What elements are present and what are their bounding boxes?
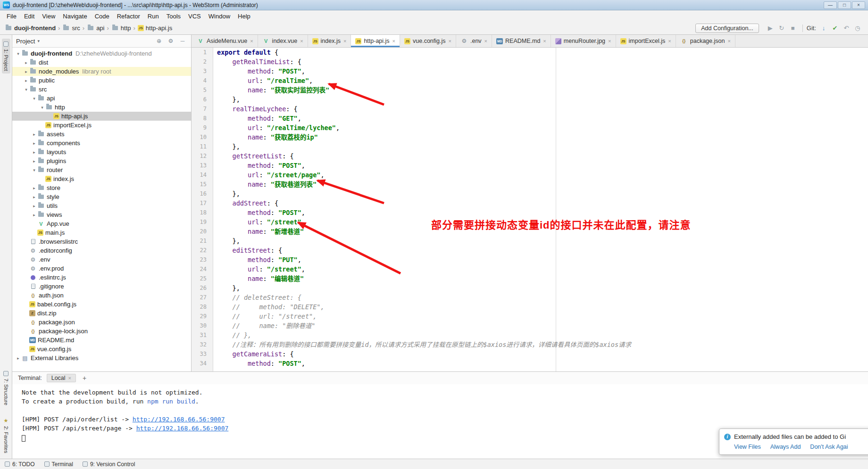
terminal-link[interactable]: http://192.168.66.56:9007: [133, 416, 225, 423]
chevron-collapsed-icon[interactable]: ▸: [31, 186, 37, 190]
code-line[interactable]: 21 },: [192, 236, 868, 246]
code-line[interactable]: 29 // url: "/street",: [192, 312, 868, 321]
menu-file[interactable]: File: [3, 12, 20, 21]
editor-tab-index.js[interactable]: JSindex.js×: [308, 35, 351, 47]
breadcrumb-item[interactable]: duoji-frontend: [5, 25, 56, 32]
code-line[interactable]: 2 getRealTimeList: {: [192, 57, 868, 66]
notification-action-view-files[interactable]: View Files: [734, 444, 761, 450]
chevron-collapsed-icon[interactable]: ▸: [23, 78, 29, 83]
code-line[interactable]: 34 method: "POST",: [192, 359, 868, 368]
code-line[interactable]: 30 // name: "删除巷道": [192, 321, 868, 330]
notification-action-don-t-ask-agai[interactable]: Don't Ask Agai: [810, 444, 848, 450]
tree-item-router[interactable]: ▾router: [12, 165, 191, 174]
close-tab-icon[interactable]: ×: [668, 38, 671, 44]
tool-button-project[interactable]: 1: Project: [2, 39, 10, 74]
tree-item-dist[interactable]: ▸dist: [12, 58, 191, 67]
chevron-expanded-icon[interactable]: ▾: [39, 105, 45, 110]
locate-icon[interactable]: ⊕: [154, 38, 164, 44]
tree-item-package.json[interactable]: {}package.json: [12, 318, 191, 327]
minimize-button[interactable]: —: [824, 1, 837, 9]
code-line[interactable]: 26 },: [192, 283, 868, 293]
close-tab-icon[interactable]: ×: [449, 38, 451, 44]
menu-tools[interactable]: Tools: [163, 12, 184, 21]
rerun-icon[interactable]: ↻: [776, 25, 787, 32]
chevron-collapsed-icon[interactable]: ▸: [15, 356, 21, 361]
settings-icon[interactable]: ⚙: [166, 38, 175, 44]
git-commit-icon[interactable]: ✔: [829, 25, 841, 32]
statusbar-version-control[interactable]: 9: Version Control: [83, 461, 135, 468]
tree-item-layouts[interactable]: ▸layouts: [12, 148, 191, 156]
tree-item-node_modules[interactable]: ▸node_moduleslibrary root: [12, 67, 191, 76]
chevron-collapsed-icon[interactable]: ▸: [31, 213, 37, 217]
close-tab-icon[interactable]: ×: [300, 38, 303, 44]
tree-item-main.js[interactable]: JSmain.js: [12, 228, 191, 237]
code-line[interactable]: 7 realTimeLychee: {: [192, 104, 868, 114]
tree-item-assets[interactable]: ▸assets: [12, 130, 191, 139]
code-line[interactable]: 6 },: [192, 95, 868, 104]
chevron-collapsed-icon[interactable]: ▸: [31, 159, 37, 164]
code-line[interactable]: 24 url: "/street",: [192, 264, 868, 274]
close-tab-icon[interactable]: ×: [250, 38, 253, 44]
tree-item-package-lock.json[interactable]: {}package-lock.json: [12, 327, 191, 336]
tree-item-ExternalLibraries[interactable]: ▸▤External Libraries: [12, 354, 191, 362]
editor-body[interactable]: 1export default {2 getRealTimeList: {3 m…: [192, 48, 868, 371]
close-tab-icon[interactable]: ×: [68, 375, 71, 381]
code-line[interactable]: 33 getCameraList: {: [192, 349, 868, 359]
editor-tab-index.vue[interactable]: Vindex.vue×: [258, 35, 308, 47]
code-line[interactable]: 9 url: "/realTime/lychee",: [192, 123, 868, 132]
code-line[interactable]: 13 method: "POST",: [192, 161, 868, 170]
tree-item-babel.config.js[interactable]: JSbabel.config.js: [12, 300, 191, 309]
code-line[interactable]: 10 name: "获取荔枝的ip": [192, 132, 868, 142]
editor-tab-README.md[interactable]: MDREADME.md×: [492, 35, 551, 47]
close-tab-icon[interactable]: ×: [543, 38, 546, 44]
code-line[interactable]: 22 editStreet: {: [192, 246, 868, 255]
chevron-collapsed-icon[interactable]: ▸: [31, 141, 37, 146]
code-line[interactable]: 32 //注释：所有用到删除的接口都需要拼接变量id，所以请求方式采用了挂载在原…: [192, 340, 868, 349]
tree-item-index.js[interactable]: JSindex.js: [12, 174, 191, 183]
git-update-icon[interactable]: ↓: [818, 25, 829, 32]
statusbar-todo[interactable]: 6: TODO: [5, 461, 35, 468]
chevron-collapsed-icon[interactable]: ▸: [31, 204, 37, 208]
code-line[interactable]: 31 // },: [192, 330, 868, 340]
tree-item-.eslintrc.js[interactable]: .eslintrc.js: [12, 273, 191, 282]
code-line[interactable]: 8 method: "GET",: [192, 114, 868, 123]
close-tab-icon[interactable]: ×: [608, 38, 611, 44]
breadcrumb-item[interactable]: api: [87, 25, 104, 32]
code-line[interactable]: 18 method: "POST",: [192, 208, 868, 217]
breadcrumb-item[interactable]: JShttp-api.js: [138, 25, 172, 32]
code-line[interactable]: 3 method: "POST",: [192, 66, 868, 76]
code-line[interactable]: 14 url: "/street/page",: [192, 170, 868, 180]
menu-window[interactable]: Window: [205, 12, 234, 21]
tree-item-store[interactable]: ▸store: [12, 183, 191, 192]
breadcrumb-item[interactable]: src: [62, 25, 80, 32]
chevron-expanded-icon[interactable]: ▾: [23, 87, 29, 92]
menu-code[interactable]: Code: [91, 12, 113, 21]
tree-item-views[interactable]: ▸views: [12, 210, 191, 219]
tree-item-api[interactable]: ▾api: [12, 94, 191, 103]
chevron-collapsed-icon[interactable]: ▸: [23, 60, 29, 65]
code-line[interactable]: 11 },: [192, 142, 868, 151]
editor-tab-vue.config.js[interactable]: JSvue.config.js×: [400, 35, 456, 47]
code-line[interactable]: 12 getStreetList: {: [192, 151, 868, 161]
tree-item-utils[interactable]: ▸utils: [12, 201, 191, 210]
code-line[interactable]: 4 url: "/realTime",: [192, 76, 868, 85]
notification-action-always-add[interactable]: Always Add: [770, 444, 801, 450]
code-line[interactable]: 1export default {: [192, 48, 868, 57]
tree-item-src[interactable]: ▾src: [12, 85, 191, 94]
breadcrumb-item[interactable]: http: [111, 25, 131, 32]
chevron-expanded-icon[interactable]: ▾: [31, 168, 37, 173]
menu-navigate[interactable]: Navigate: [59, 12, 91, 21]
tree-item-.env[interactable]: ⚙.env: [12, 255, 191, 264]
close-tab-icon[interactable]: ×: [727, 38, 730, 44]
editor-tab-http-api.js[interactable]: JShttp-api.js×: [351, 35, 400, 47]
menu-help[interactable]: Help: [234, 12, 254, 21]
tree-item-style[interactable]: ▸style: [12, 192, 191, 201]
tree-item-auth.json[interactable]: {}auth.json: [12, 291, 191, 300]
tree-item-duoji-frontend[interactable]: ▾duoji-frontendD:\zheheWeb\duoji-fronten…: [12, 49, 191, 58]
chevron-collapsed-icon[interactable]: ▸: [23, 69, 29, 74]
code-line[interactable]: 16 },: [192, 189, 868, 198]
code-line[interactable]: 28 // method: "DELETE",: [192, 302, 868, 312]
tree-item-.browserslistrc[interactable]: .browserslistrc: [12, 237, 191, 246]
code-line[interactable]: 5 name: "获取实时监控列表": [192, 85, 868, 95]
tree-item-vue.config.js[interactable]: JSvue.config.js: [12, 345, 191, 354]
